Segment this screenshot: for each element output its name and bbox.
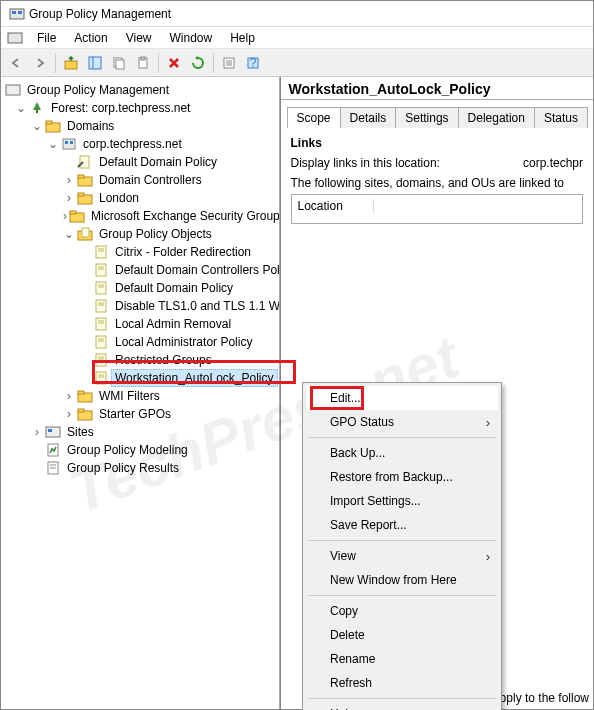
display-links-value[interactable]: corp.techpr (523, 156, 583, 170)
forward-button[interactable] (29, 52, 51, 74)
tree-domains[interactable]: ⌄ Domains (3, 117, 277, 135)
cm-view[interactable]: View (306, 544, 498, 568)
expand-icon[interactable]: › (63, 389, 75, 403)
cm-copy[interactable]: Copy (306, 599, 498, 623)
svg-rect-32 (82, 228, 89, 237)
tree-gpo-ddcp[interactable]: Default Domain Controllers Policy (3, 261, 277, 279)
tree-forest[interactable]: ⌄ Forest: corp.techpress.net (3, 99, 277, 117)
tab-settings[interactable]: Settings (395, 107, 458, 128)
system-menu-icon[interactable] (7, 30, 23, 46)
tree-gpo-citrix[interactable]: Citrix - Folder Redirection (3, 243, 277, 261)
cm-backup[interactable]: Back Up... (306, 441, 498, 465)
tree-label: Default Domain Policy (95, 153, 221, 171)
tree-label: Starter GPOs (95, 405, 175, 423)
cm-import[interactable]: Import Settings... (306, 489, 498, 513)
menu-help[interactable]: Help (222, 29, 263, 47)
column-location[interactable]: Location (298, 199, 374, 213)
svg-rect-22 (65, 141, 68, 144)
tree-starter-gpos[interactable]: › Starter GPOs (3, 405, 277, 423)
toolbar: ? (1, 49, 593, 77)
gpo-icon (93, 244, 109, 260)
cm-restore[interactable]: Restore from Backup... (306, 465, 498, 489)
svg-rect-45 (96, 318, 106, 330)
window-title: Group Policy Management (29, 7, 171, 21)
expand-icon[interactable]: › (63, 209, 67, 223)
properties-button[interactable] (218, 52, 240, 74)
svg-rect-28 (78, 193, 84, 196)
tree-label: Group Policy Objects (95, 225, 216, 243)
tree-label: Workstation_AutoLock_Policy (111, 369, 278, 387)
tab-status[interactable]: Status (534, 107, 588, 128)
cm-rename[interactable]: Rename (306, 647, 498, 671)
tree-london[interactable]: › London (3, 189, 277, 207)
svg-rect-58 (78, 391, 84, 394)
help-button[interactable]: ? (242, 52, 264, 74)
tab-scope[interactable]: Scope (287, 107, 341, 128)
tree-label: Citrix - Folder Redirection (111, 243, 255, 261)
cm-help[interactable]: Help (306, 702, 498, 710)
cm-refresh[interactable]: Refresh (306, 671, 498, 695)
tab-delegation[interactable]: Delegation (458, 107, 535, 128)
tab-details[interactable]: Details (340, 107, 397, 128)
tree-gpo-lap[interactable]: Local Administrator Policy (3, 333, 277, 351)
cm-delete[interactable]: Delete (306, 623, 498, 647)
tree-sites[interactable]: › Sites (3, 423, 277, 441)
collapse-icon[interactable]: ⌄ (63, 227, 75, 241)
tree-label: Group Policy Modeling (63, 441, 192, 459)
cm-save-report[interactable]: Save Report... (306, 513, 498, 537)
back-button[interactable] (5, 52, 27, 74)
tree-gpo-tls[interactable]: Disable TLS1.0 and TLS 1.1 Windows 10 (3, 297, 277, 315)
tree-domain-controllers[interactable]: › Domain Controllers (3, 171, 277, 189)
gpo-container-icon (77, 226, 93, 242)
cm-new-window[interactable]: New Window from Here (306, 568, 498, 592)
svg-rect-33 (96, 246, 106, 258)
tree-gpo-lar[interactable]: Local Admin Removal (3, 315, 277, 333)
cm-separator (308, 698, 496, 699)
menu-view[interactable]: View (118, 29, 160, 47)
tree-gpo-rg[interactable]: Restricted Groups (3, 351, 277, 369)
svg-rect-1 (12, 11, 16, 14)
up-folder-button[interactable] (60, 52, 82, 74)
menu-action[interactable]: Action (66, 29, 115, 47)
menu-file[interactable]: File (29, 29, 64, 47)
cm-edit[interactable]: Edit... (306, 386, 498, 410)
tree-label: Default Domain Controllers Policy (111, 261, 280, 279)
tree-gpo-container[interactable]: ⌄ Group Policy Objects (3, 225, 277, 243)
show-tree-button[interactable] (84, 52, 106, 74)
expand-icon[interactable]: › (63, 191, 75, 205)
paste-button[interactable] (132, 52, 154, 74)
gpo-icon (93, 352, 109, 368)
collapse-icon[interactable]: ⌄ (47, 137, 59, 151)
gpo-icon (93, 280, 109, 296)
svg-rect-23 (70, 141, 73, 144)
collapse-icon[interactable]: ⌄ (15, 101, 27, 115)
tree-wmi-filters[interactable]: › WMI Filters (3, 387, 277, 405)
sites-icon (45, 424, 61, 440)
expand-icon[interactable]: › (63, 407, 75, 421)
copy-button[interactable] (108, 52, 130, 74)
tree-label: Domains (63, 117, 118, 135)
expand-icon[interactable]: › (63, 173, 75, 187)
tree-default-domain-policy[interactable]: Default Domain Policy (3, 153, 277, 171)
tree-gpo-autolock[interactable]: Workstation_AutoLock_Policy (3, 369, 277, 387)
tree-exchange-groups[interactable]: › Microsoft Exchange Security Groups (3, 207, 277, 225)
tree-domain[interactable]: ⌄ corp.techpress.net (3, 135, 277, 153)
svg-rect-5 (89, 57, 101, 69)
tree-root[interactable]: Group Policy Management (3, 81, 277, 99)
svg-rect-2 (18, 11, 22, 14)
svg-rect-30 (70, 211, 76, 214)
tree-results[interactable]: Group Policy Results (3, 459, 277, 477)
expand-icon[interactable]: › (31, 425, 43, 439)
delete-button[interactable] (163, 52, 185, 74)
tree-gpo-ddp[interactable]: Default Domain Policy (3, 279, 277, 297)
tree-label: Group Policy Results (63, 459, 183, 477)
svg-rect-21 (63, 139, 75, 149)
links-list[interactable]: Location (291, 194, 583, 224)
refresh-button[interactable] (187, 52, 209, 74)
menu-window[interactable]: Window (162, 29, 221, 47)
cm-gpo-status[interactable]: GPO Status (306, 410, 498, 434)
tree-pane[interactable]: Group Policy Management ⌄ Forest: corp.t… (1, 77, 280, 709)
collapse-icon[interactable]: ⌄ (31, 119, 43, 133)
tree-modeling[interactable]: Group Policy Modeling (3, 441, 277, 459)
svg-rect-42 (96, 300, 106, 312)
